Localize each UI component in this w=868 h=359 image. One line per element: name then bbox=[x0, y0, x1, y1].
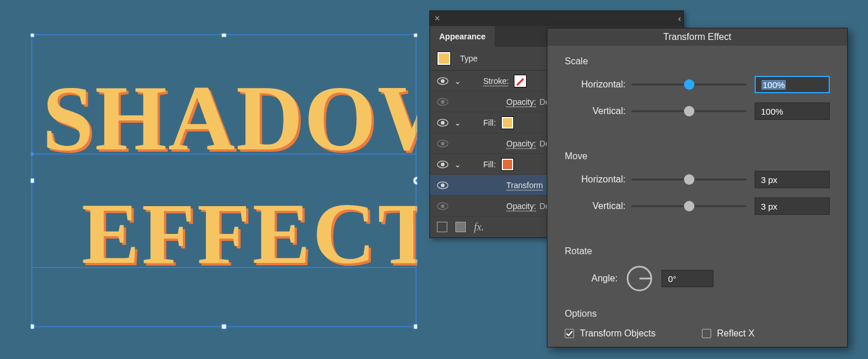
fill-icon[interactable] bbox=[455, 222, 466, 232]
collapse-icon[interactable]: ‹‹ bbox=[678, 14, 679, 23]
transform-objects-label: Transform Objects bbox=[580, 328, 656, 339]
disclosure-icon[interactable]: ⌄ bbox=[451, 118, 465, 127]
scale-v-label: Vertical: bbox=[565, 106, 631, 116]
stroke-swatch-none[interactable] bbox=[514, 75, 527, 87]
move-group: Move Horizontal: 3 px Vertical: 3 px bbox=[547, 141, 847, 236]
svg-rect-7 bbox=[31, 34, 34, 37]
svg-rect-13 bbox=[222, 324, 226, 329]
svg-rect-8 bbox=[222, 34, 226, 37]
svg-point-31 bbox=[441, 204, 445, 208]
rotate-group: Rotate Angle: 0° bbox=[547, 236, 847, 303]
visibility-icon[interactable] bbox=[437, 77, 448, 85]
opacity-label: Opacity: bbox=[506, 97, 539, 107]
scale-v-input[interactable]: 100% bbox=[755, 102, 830, 120]
visibility-icon[interactable] bbox=[437, 140, 448, 148]
scale-v-slider[interactable] bbox=[631, 105, 746, 117]
svg-rect-15 bbox=[31, 152, 34, 156]
options-group: Options Transform Objects Reflect X bbox=[547, 303, 847, 347]
reflect-x-checkbox[interactable]: Reflect X bbox=[702, 328, 755, 339]
move-label: Move bbox=[565, 151, 830, 162]
angle-input[interactable]: 0° bbox=[661, 270, 713, 287]
svg-rect-10 bbox=[31, 178, 34, 183]
opacity-label: Opacity: bbox=[506, 139, 539, 148]
stroke-label: Stroke: bbox=[483, 76, 512, 86]
checkbox-icon bbox=[702, 329, 711, 338]
transform-effect-dialog: Transform Effect Scale Horizontal: 100% … bbox=[547, 28, 848, 347]
svg-point-29 bbox=[441, 183, 445, 187]
scale-h-input[interactable]: 100% bbox=[755, 76, 830, 93]
close-icon[interactable]: × bbox=[435, 14, 440, 23]
disclosure-icon[interactable]: ⌄ bbox=[451, 76, 465, 86]
appearance-tab[interactable]: Appearance bbox=[430, 26, 495, 47]
scale-label: Scale bbox=[565, 56, 830, 67]
transform-label: Transform bbox=[506, 181, 546, 190]
scale-h-slider[interactable] bbox=[631, 79, 746, 90]
fill-label: Fill: bbox=[483, 118, 499, 127]
no-fill-icon[interactable] bbox=[437, 222, 447, 232]
transform-objects-checkbox[interactable]: Transform Objects bbox=[565, 328, 656, 339]
svg-rect-9 bbox=[414, 34, 417, 37]
visibility-icon[interactable] bbox=[437, 119, 448, 127]
visibility-icon[interactable] bbox=[437, 160, 448, 168]
move-h-label: Horizontal: bbox=[565, 174, 631, 185]
svg-point-21 bbox=[441, 100, 445, 104]
canvas-artboard[interactable]: SHADOW EFFECT SHADOW EFFECT bbox=[31, 34, 407, 322]
angle-label: Angle: bbox=[591, 273, 617, 284]
type-swatch bbox=[437, 52, 451, 65]
fx-icon[interactable]: fx. bbox=[474, 222, 484, 232]
move-h-input[interactable]: 3 px bbox=[755, 171, 830, 188]
svg-rect-14 bbox=[414, 324, 417, 329]
opacity-label: Opacity: bbox=[506, 202, 539, 211]
rotate-label: Rotate bbox=[565, 246, 830, 257]
scale-group: Scale Horizontal: 100% Vertical: 100% bbox=[547, 46, 847, 141]
move-v-slider[interactable] bbox=[631, 200, 746, 212]
type-label: Type bbox=[460, 54, 477, 63]
angle-dial[interactable] bbox=[627, 266, 652, 291]
fill-label: Fill: bbox=[483, 160, 499, 169]
checkbox-icon bbox=[565, 329, 574, 338]
dialog-title: Transform Effect bbox=[547, 28, 847, 46]
svg-point-19 bbox=[441, 79, 445, 83]
svg-point-27 bbox=[441, 162, 445, 166]
visibility-icon[interactable] bbox=[437, 181, 448, 189]
svg-rect-12 bbox=[31, 324, 34, 329]
move-v-input[interactable]: 3 px bbox=[755, 197, 830, 215]
fill-swatch-yellow[interactable] bbox=[501, 116, 514, 129]
svg-text:EFFECT: EFFECT bbox=[82, 185, 417, 281]
fill-swatch-orange[interactable] bbox=[501, 158, 514, 171]
visibility-icon[interactable] bbox=[437, 98, 448, 106]
options-label: Options bbox=[565, 309, 830, 319]
disclosure-icon[interactable]: ⌄ bbox=[451, 160, 465, 169]
move-v-label: Vertical: bbox=[565, 201, 631, 211]
panel-titlebar[interactable]: × ‹‹ bbox=[430, 11, 683, 26]
visibility-icon[interactable] bbox=[437, 202, 448, 210]
scale-h-label: Horizontal: bbox=[565, 79, 631, 90]
reflect-x-label: Reflect X bbox=[717, 328, 755, 339]
move-h-slider[interactable] bbox=[631, 174, 746, 185]
svg-point-25 bbox=[441, 141, 445, 145]
svg-point-23 bbox=[441, 120, 445, 124]
